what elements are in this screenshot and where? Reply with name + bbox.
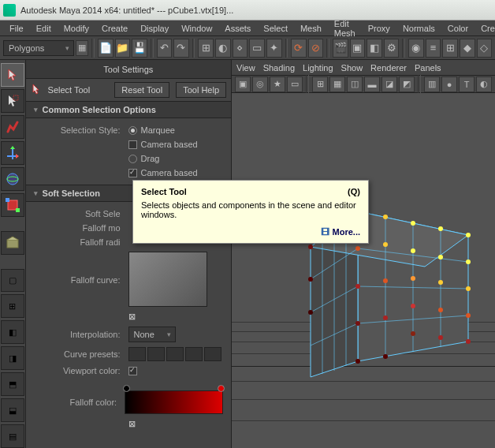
svg-point-47	[308, 245, 313, 249]
snap-grid-icon[interactable]: ⊞	[198, 39, 214, 58]
move-tool-button[interactable]	[1, 141, 24, 165]
other2-icon[interactable]: ◇	[477, 39, 493, 58]
camera-based-check1[interactable]	[128, 140, 137, 149]
hypershade-icon[interactable]: ◉	[408, 39, 424, 58]
new-scene-icon[interactable]: 📄	[98, 39, 114, 58]
tooltip-more-link[interactable]: 🎞 More...	[141, 227, 360, 237]
preset-3[interactable]	[166, 347, 184, 361]
menu-create[interactable]: Create	[95, 22, 134, 35]
svg-point-33	[466, 286, 471, 291]
four-pane-button[interactable]: ⊞	[1, 294, 24, 318]
snap-plane-icon[interactable]: ▭	[249, 39, 265, 58]
vp-grid-icon[interactable]: ⊞	[312, 77, 328, 92]
menu-window[interactable]: Window	[175, 22, 218, 35]
render-globals-icon[interactable]: ⚙	[384, 39, 400, 58]
menu-edit[interactable]: Edit	[30, 22, 58, 35]
snap-live-icon[interactable]: ✦	[266, 39, 282, 58]
snap-curve-icon[interactable]: ◐	[215, 39, 231, 58]
scale-tool-button[interactable]	[1, 193, 24, 217]
falloff-color-gradient[interactable]	[125, 390, 223, 414]
vp-image-plane-icon[interactable]: ▭	[287, 77, 303, 92]
tooltip-shortcut: (Q)	[348, 187, 360, 196]
viewport-color-check[interactable]	[128, 367, 137, 375]
viewport-scene[interactable]	[232, 93, 495, 448]
redo-icon[interactable]: ↷	[173, 39, 189, 58]
interpolation-label: Interpolation:	[34, 330, 128, 339]
vp-menu-renderer[interactable]: Renderer	[370, 63, 407, 73]
vp-filmgate-icon[interactable]: ▦	[329, 77, 345, 92]
menu-assets[interactable]: Assets	[218, 22, 257, 35]
module-dropdown[interactable]: Polygons	[3, 40, 74, 56]
vp-menu-shading[interactable]: Shading	[263, 63, 295, 73]
camera-based-check2[interactable]	[128, 169, 137, 177]
layout-e-icon[interactable]: ▤	[1, 424, 24, 448]
window-titlebar: Autodesk Maya 2014 x64: untitled* --- pC…	[0, 0, 495, 21]
menu-file[interactable]: File	[3, 22, 30, 35]
undo-icon[interactable]: ↶	[157, 39, 173, 58]
layout-icon[interactable]: ⊞	[442, 39, 458, 58]
vp-shaded-icon[interactable]: ●	[441, 77, 457, 92]
drag-radio[interactable]	[128, 155, 137, 163]
snap-point-icon[interactable]: ⋄	[233, 39, 248, 58]
vp-menu-view[interactable]: View	[236, 63, 255, 73]
layout-c-icon[interactable]: ⬒	[1, 372, 24, 396]
menu-select[interactable]: Select	[257, 22, 294, 35]
preset-5[interactable]	[204, 347, 221, 361]
layout-d-icon[interactable]: ⬓	[1, 398, 24, 422]
lasso-tool-button[interactable]	[1, 89, 24, 113]
vp-safe-icon[interactable]: ◩	[399, 77, 415, 92]
ipr-render-icon[interactable]: ▣	[350, 39, 366, 58]
menu-mesh[interactable]: Mesh	[294, 22, 328, 35]
falloff-curve-editor[interactable]	[128, 252, 207, 307]
tooltip: Select Tool (Q) Selects objects and comp…	[132, 180, 369, 244]
history-off-icon[interactable]: ⊘	[308, 39, 324, 58]
vp-bookmark-icon[interactable]: ★	[270, 77, 285, 92]
marquee-radio[interactable]	[128, 126, 137, 135]
last-tool-button[interactable]	[1, 231, 24, 255]
other-icon[interactable]: ◆	[460, 39, 475, 58]
gradient-handle-icon[interactable]: ⊠	[128, 419, 136, 429]
menu-display[interactable]: Display	[134, 22, 175, 35]
preset-1[interactable]	[128, 347, 146, 361]
vp-light-icon[interactable]: ◐	[476, 77, 492, 92]
menu-editmesh[interactable]: Edit Mesh	[328, 17, 362, 39]
vp-camera-attr-icon[interactable]: ◎	[252, 77, 268, 92]
vp-menu-show[interactable]: Show	[341, 63, 363, 73]
render-icon[interactable]: 🎬	[333, 39, 348, 58]
layout-a-icon[interactable]: ◧	[1, 320, 24, 344]
viewport-menu-bar: View Shading Lighting Show Renderer Pane…	[232, 60, 495, 76]
outliner-icon[interactable]: ≡	[426, 39, 441, 58]
history-icon[interactable]: ⟳	[291, 39, 307, 58]
save-scene-icon[interactable]: 💾	[132, 39, 147, 58]
vp-textured-icon[interactable]: T	[459, 77, 475, 92]
preset-4[interactable]	[185, 347, 203, 361]
menu-create2[interactable]: Create	[475, 22, 495, 35]
vp-gate-mask-icon[interactable]: ▬	[364, 77, 380, 92]
svg-point-37	[438, 308, 443, 312]
vp-select-camera-icon[interactable]: ▣	[235, 77, 251, 92]
tool-help-button[interactable]: Tool Help	[176, 82, 226, 98]
single-pane-button[interactable]: ▢	[1, 269, 24, 293]
select-tool-button[interactable]	[1, 63, 24, 87]
reset-tool-button[interactable]: Reset Tool	[114, 82, 169, 98]
menu-normals[interactable]: Normals	[396, 22, 441, 35]
menu-color[interactable]: Color	[441, 22, 475, 35]
menu-proxy[interactable]: Proxy	[362, 22, 396, 35]
vp-menu-panels[interactable]: Panels	[415, 63, 441, 73]
curve-handle-icon[interactable]: ⊠	[128, 312, 136, 322]
vp-field-icon[interactable]: ◪	[381, 77, 397, 92]
render-region-icon[interactable]: ◧	[367, 39, 382, 58]
preset-2[interactable]	[147, 347, 165, 361]
paint-select-tool-button[interactable]	[1, 115, 24, 139]
rotate-tool-button[interactable]	[1, 167, 24, 191]
layout-b-icon[interactable]: ◨	[1, 346, 24, 370]
svg-point-39	[355, 284, 360, 289]
vp-menu-lighting[interactable]: Lighting	[303, 63, 333, 73]
shelf-icon-1[interactable]: ▦	[76, 40, 88, 56]
vp-resolution-icon[interactable]: ◫	[347, 77, 363, 92]
interpolation-dropdown[interactable]: None	[128, 327, 176, 342]
common-selection-header[interactable]: Common Selection Options	[26, 101, 231, 118]
menu-modify[interactable]: Modify	[58, 22, 95, 35]
open-scene-icon[interactable]: 📁	[115, 39, 131, 58]
vp-wireframe-icon[interactable]: ▥	[424, 77, 440, 92]
